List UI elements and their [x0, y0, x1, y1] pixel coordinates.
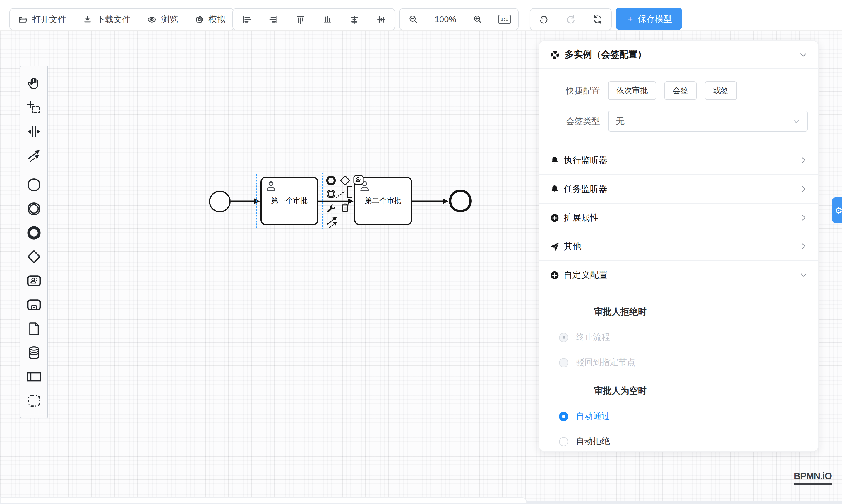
align-center-vertical-button[interactable] — [368, 9, 394, 30]
hand-tool[interactable] — [22, 71, 46, 95]
chevron-right-icon — [800, 156, 808, 164]
bpmn-modeler-app: 打开文件 下载文件 浏览 模拟 — [0, 0, 842, 504]
create-data-store[interactable] — [22, 341, 46, 364]
plus-circle-icon — [550, 213, 560, 222]
create-gateway[interactable] — [22, 245, 46, 269]
sign-type-value: 无 — [616, 115, 625, 127]
lasso-tool[interactable] — [22, 95, 46, 119]
align-left-button[interactable] — [233, 9, 260, 30]
refresh-icon — [592, 14, 603, 24]
download-file-button[interactable]: 下载文件 — [74, 9, 139, 30]
delete-button[interactable] — [339, 202, 351, 213]
append-text-annotation-button[interactable] — [347, 186, 352, 198]
connection-tool[interactable] — [22, 143, 46, 167]
align-bottom-button[interactable] — [314, 9, 341, 30]
append-end-event-button[interactable] — [326, 175, 337, 186]
align-right-button[interactable] — [260, 9, 287, 30]
space-tool[interactable] — [22, 119, 46, 143]
create-start-event[interactable] — [22, 173, 46, 197]
reject-header-label: 审批人拒绝时 — [594, 307, 647, 318]
start-event-shape[interactable] — [209, 191, 230, 212]
quick-option-sequential-button[interactable]: 依次审批 — [608, 81, 656, 100]
quick-option-orsign-button[interactable]: 或签 — [705, 81, 737, 100]
section-task-listener[interactable]: 任务监听器 — [539, 174, 818, 203]
append-user-task-button[interactable] — [352, 174, 365, 186]
section-other[interactable]: 其他 — [539, 232, 818, 260]
zoom-reset-icon: 1:1 — [498, 15, 511, 24]
preview-button[interactable]: 浏览 — [139, 9, 186, 30]
paper-plane-icon — [550, 241, 560, 251]
divider-line — [655, 312, 792, 312]
simulate-button[interactable]: 模拟 — [186, 9, 233, 30]
radio-icon-disabled[interactable] — [559, 358, 568, 367]
section-execution-listener[interactable]: 执行监听器 — [539, 146, 818, 174]
toolbar: 打开文件 下载文件 浏览 模拟 — [0, 0, 842, 31]
gateway-icon — [26, 248, 42, 265]
empty-header-label: 审批人为空时 — [594, 385, 647, 397]
open-file-button[interactable]: 打开文件 — [10, 9, 74, 30]
append-gateway-button[interactable] — [339, 174, 351, 187]
append-intermediate-event-button[interactable] — [326, 188, 337, 199]
align-top-button[interactable] — [287, 9, 314, 30]
connect-button[interactable] — [326, 215, 339, 229]
create-end-event[interactable] — [22, 220, 46, 245]
radio-terminate-process[interactable]: 终止流程 — [559, 332, 818, 343]
append-end-event-icon — [326, 175, 337, 186]
chevron-down-icon — [800, 271, 808, 279]
divider-line — [655, 391, 792, 391]
section-label: 自定义配置 — [564, 269, 608, 281]
settings-tab[interactable]: ⚙ — [832, 197, 842, 223]
arrowhead-3 — [443, 199, 449, 204]
save-model-label: 保存模型 — [638, 13, 672, 24]
panel-header[interactable]: 多实例（会签配置） — [539, 41, 818, 69]
end-event-shape[interactable] — [449, 190, 472, 212]
radio-auto-pass[interactable]: 自动通过 — [559, 411, 818, 422]
radio-icon-disabled-checked[interactable] — [559, 332, 568, 342]
refresh-button[interactable] — [584, 9, 611, 30]
align-bottom-icon — [322, 14, 333, 25]
align-center-horizontal-button[interactable] — [341, 9, 368, 30]
redo-button[interactable] — [557, 9, 584, 30]
preview-label: 浏览 — [161, 14, 178, 25]
zoom-level-display[interactable]: 100% — [427, 9, 464, 30]
create-data-object[interactable] — [22, 317, 46, 341]
participant-icon — [26, 368, 42, 385]
history-group — [530, 8, 612, 31]
quick-config-label: 快捷配置 — [548, 85, 600, 96]
radio-label: 终止流程 — [576, 332, 610, 343]
radio-return-to-node[interactable]: 驳回到指定节点 — [559, 357, 818, 368]
create-user-task[interactable] — [22, 269, 46, 292]
zoom-out-icon — [408, 14, 419, 24]
radio-icon[interactable] — [559, 437, 568, 446]
align-center-vertical-icon — [375, 14, 387, 25]
bell-icon — [550, 155, 560, 165]
zoom-in-button[interactable] — [464, 9, 491, 30]
zoom-level-value: 100% — [435, 15, 456, 24]
change-type-button[interactable] — [326, 203, 337, 214]
bpmn-io-logo[interactable]: BPMN.iO — [794, 471, 832, 485]
divider-line — [565, 391, 586, 391]
radio-icon-checked[interactable] — [559, 412, 568, 421]
data-object-icon — [27, 321, 41, 336]
zoom-out-button[interactable] — [400, 9, 427, 30]
create-subprocess[interactable] — [22, 292, 46, 317]
simulate-label: 模拟 — [208, 14, 225, 25]
hand-icon — [27, 76, 41, 91]
create-participant[interactable] — [22, 364, 46, 389]
section-custom-config[interactable]: 自定义配置 — [539, 260, 818, 289]
quick-option-countersign-button[interactable]: 会签 — [664, 81, 697, 100]
section-extended-properties[interactable]: 扩展属性 — [539, 203, 818, 232]
gear-icon: ⚙ — [835, 205, 842, 216]
start-event-icon — [26, 176, 42, 193]
create-intermediate-event[interactable] — [22, 197, 46, 220]
sign-type-select[interactable]: 无 — [608, 111, 808, 132]
save-model-button[interactable]: ＋ 保存模型 — [616, 7, 682, 30]
align-center-horizontal-icon — [349, 14, 360, 25]
create-group[interactable] — [22, 389, 46, 412]
zoom-group: 100% 1:1 — [399, 8, 519, 31]
horizontal-scrollbar-thumb[interactable] — [0, 497, 527, 503]
section-label: 执行监听器 — [564, 155, 608, 166]
zoom-reset-button[interactable]: 1:1 — [491, 9, 518, 30]
undo-button[interactable] — [530, 9, 557, 30]
radio-auto-reject[interactable]: 自动拒绝 — [559, 436, 818, 447]
